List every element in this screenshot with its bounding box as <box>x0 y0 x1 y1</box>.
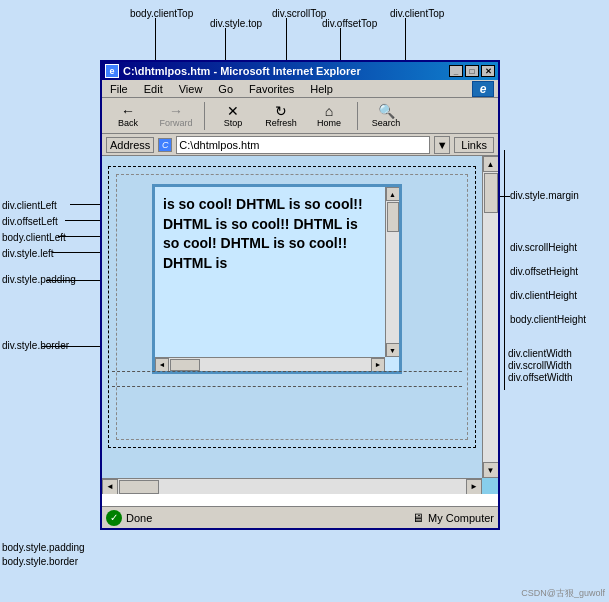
search-icon: 🔍 <box>378 104 395 118</box>
scroll-track-v <box>483 172 499 462</box>
computer-icon: 🖥 <box>412 511 424 525</box>
window-title: C:\dhtmlpos.htm - Microsoft Internet Exp… <box>123 65 361 77</box>
forward-icon: → <box>169 104 183 118</box>
div-text: is so cool! DHTML is so cool!! DHTML is … <box>163 195 375 273</box>
annotation-body-style-padding: body.style.padding <box>2 542 85 553</box>
stop-button[interactable]: ✕ Stop <box>211 100 255 132</box>
main-scrollbar-horizontal[interactable]: ◄ ► <box>102 478 482 494</box>
close-button[interactable]: ✕ <box>481 65 495 77</box>
annotation-div-scroll-top: div.scrollTop <box>272 8 326 19</box>
content-area: ▲ ▼ ◄ ► is so cool! DHTML is so cool <box>102 156 498 494</box>
minimize-button[interactable]: _ <box>449 65 463 77</box>
back-button[interactable]: ← Back <box>106 100 150 132</box>
annotation-div-client-left: div.clientLeft <box>2 200 57 211</box>
div-scroll-right-button[interactable]: ► <box>371 358 385 372</box>
scroll-thumb-v[interactable] <box>484 173 498 213</box>
menu-go[interactable]: Go <box>214 82 237 96</box>
status-icon: ✓ <box>106 510 122 526</box>
toolbar: ← Back → Forward ✕ Stop ↻ Refresh ⌂ Home… <box>102 98 498 134</box>
stop-icon: ✕ <box>227 104 239 118</box>
address-input[interactable]: C:\dhtmlpos.htm <box>176 136 430 154</box>
search-label: Search <box>372 118 401 128</box>
title-bar-left: e C:\dhtmlpos.htm - Microsoft Internet E… <box>105 64 361 78</box>
div-scroll-down-button[interactable]: ▼ <box>386 343 400 357</box>
maximize-button[interactable]: □ <box>465 65 479 77</box>
links-button[interactable]: Links <box>454 137 494 153</box>
measure-line-h1 <box>112 371 462 372</box>
annotation-div-offset-top: div.offsetTop <box>322 18 377 29</box>
line-style-border <box>42 346 100 347</box>
vline-right2 <box>504 190 505 390</box>
forward-button[interactable]: → Forward <box>154 100 198 132</box>
back-label: Back <box>118 118 138 128</box>
main-scrollbar-vertical[interactable]: ▲ ▼ <box>482 156 498 478</box>
line-div-style-top <box>225 28 226 62</box>
refresh-label: Refresh <box>265 118 297 128</box>
annotation-body-client-top: body.clientTop <box>130 8 193 19</box>
scroll-right-button[interactable]: ► <box>466 479 482 495</box>
page-icon: C <box>158 138 172 152</box>
menu-edit[interactable]: Edit <box>140 82 167 96</box>
status-bar: ✓ Done 🖥 My Computer <box>102 506 498 528</box>
browser-icon: e <box>105 64 119 78</box>
address-dropdown-button[interactable]: ▼ <box>434 136 450 154</box>
div-scrollbar-vertical[interactable]: ▲ ▼ <box>385 187 399 357</box>
div-scroll-left-button[interactable]: ◄ <box>155 358 169 372</box>
line-div-scroll-top <box>286 18 287 62</box>
status-text: Done <box>126 512 152 524</box>
toolbar-separator <box>204 102 205 130</box>
annotation-div-style-margin: div.style.margin <box>510 190 579 201</box>
div-content-text: is so cool! DHTML is so cool!! DHTML is … <box>163 195 391 363</box>
menu-view[interactable]: View <box>175 82 207 96</box>
div-element: ▲ ▼ ◄ ► is so cool! DHTML is so cool <box>152 184 402 374</box>
scroll-track-h <box>118 479 466 495</box>
annotation-div-scroll-width: div.scrollWidth <box>508 360 572 371</box>
line-div-client-top <box>405 18 406 62</box>
measure-line-h2 <box>112 386 462 387</box>
annotation-div-offset-height: div.offsetHeight <box>510 266 578 277</box>
refresh-icon: ↻ <box>275 104 287 118</box>
line-client-left <box>70 204 100 205</box>
scroll-left-button[interactable]: ◄ <box>102 479 118 495</box>
page-body: ▲ ▼ ◄ ► is so cool! DHTML is so cool <box>102 156 482 478</box>
menu-bar: File Edit View Go Favorites Help e <box>102 80 498 98</box>
status-right: 🖥 My Computer <box>412 511 494 525</box>
search-button[interactable]: 🔍 Search <box>364 100 408 132</box>
browser-window: e C:\dhtmlpos.htm - Microsoft Internet E… <box>100 60 500 530</box>
annotation-div-offset-left: div.offsetLeft <box>2 216 58 227</box>
status-zone: My Computer <box>428 512 494 524</box>
title-buttons: _ □ ✕ <box>449 65 495 77</box>
menu-favorites[interactable]: Favorites <box>245 82 298 96</box>
scroll-down-button[interactable]: ▼ <box>483 462 499 478</box>
annotation-div-scroll-height: div.scrollHeight <box>510 242 577 253</box>
line-body-client-left <box>58 236 100 237</box>
div-scroll-up-button[interactable]: ▲ <box>386 187 400 201</box>
scroll-up-button[interactable]: ▲ <box>483 156 499 172</box>
annotation-div-client-width: div.clientWidth <box>508 348 572 359</box>
line-div-offset-top <box>340 28 341 62</box>
div-scrollbar-horizontal[interactable]: ◄ ► <box>155 357 385 371</box>
div-scroll-track-h <box>169 358 371 372</box>
stop-label: Stop <box>224 118 243 128</box>
home-button[interactable]: ⌂ Home <box>307 100 351 132</box>
annotation-div-client-top: div.clientTop <box>390 8 444 19</box>
div-scroll-thumb-v[interactable] <box>387 202 399 232</box>
menu-help[interactable]: Help <box>306 82 337 96</box>
address-label: Address <box>106 137 154 153</box>
div-scroll-thumb-h[interactable] <box>170 359 200 371</box>
title-bar: e C:\dhtmlpos.htm - Microsoft Internet E… <box>102 62 498 80</box>
line-offset-left <box>65 220 100 221</box>
menu-file[interactable]: File <box>106 82 132 96</box>
vline-right1 <box>504 150 505 190</box>
scroll-thumb-h[interactable] <box>119 480 159 494</box>
back-icon: ← <box>121 104 135 118</box>
refresh-button[interactable]: ↻ Refresh <box>259 100 303 132</box>
annotation-div-style-top: div.style.top <box>210 18 262 29</box>
home-label: Home <box>317 118 341 128</box>
div-scroll-track-v <box>386 201 400 343</box>
forward-label: Forward <box>159 118 192 128</box>
annotation-div-style-left: div.style.left <box>2 248 54 259</box>
watermark: CSDN@古狠_guwolf <box>521 587 605 600</box>
annotation-div-offset-width: div.offsetWidth <box>508 372 573 383</box>
annotation-body-client-height: body.clientHeight <box>510 314 586 325</box>
